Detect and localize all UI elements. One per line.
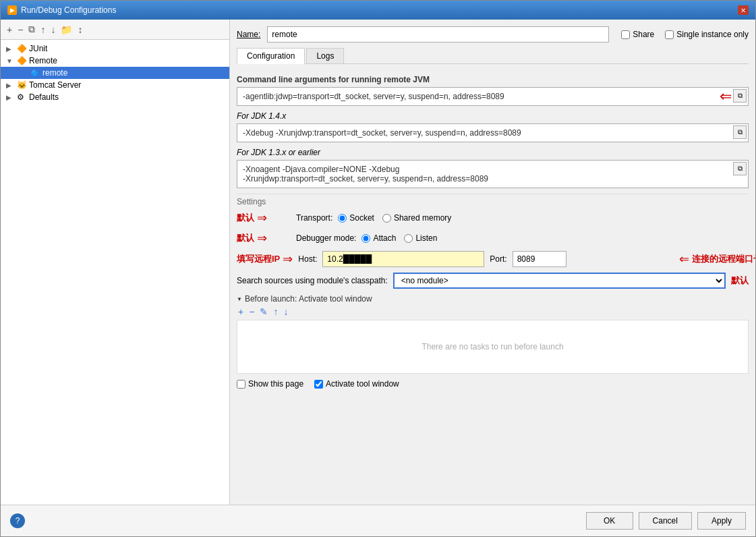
classpath-select[interactable]: <no module> [393, 273, 726, 289]
expand-icon-remote: ▼ [6, 57, 14, 65]
tree-item-junit[interactable]: ▶ 🔶 JUnit [1, 43, 229, 55]
before-launch-down-button[interactable]: ↓ [282, 306, 289, 317]
app-icon: ▶ [7, 5, 17, 15]
expand-icon-junit: ▶ [6, 45, 14, 53]
debugger-annotation: 默认 ⇒ [237, 231, 291, 246]
debugger-arrow-icon: ⇒ [257, 231, 267, 246]
window-title: Run/Debug Configurations [21, 5, 116, 15]
before-launch-edit-button[interactable]: ✎ [258, 306, 269, 317]
sort-button[interactable]: ↕ [76, 23, 84, 36]
dialog-buttons: OK Cancel Apply [586, 512, 746, 530]
tree-label-defaults: Defaults [29, 92, 59, 102]
ok-button[interactable]: OK [586, 512, 633, 530]
folder-button[interactable]: 📁 [59, 23, 74, 36]
host-row: 填写远程IP ⇒ Host: Port: ⇐ 连接的远程端口号 [237, 251, 749, 267]
copy-jdk14-button[interactable]: ⧉ [733, 125, 747, 139]
tree-item-tomcat[interactable]: ▶ 🐱 Tomcat Server [1, 79, 229, 91]
host-annotation: 填写远程IP ⇒ [237, 252, 293, 266]
before-launch-add-button[interactable]: + [237, 306, 245, 317]
radio-attach-input[interactable] [361, 234, 370, 243]
port-input[interactable] [513, 251, 566, 267]
share-single-row: Share Single instance only [621, 30, 749, 39]
radio-socket-label: Socket [349, 213, 374, 223]
tree-item-remote[interactable]: ▼ 🔶 Remote [1, 55, 229, 67]
radio-listen: Listen [404, 233, 437, 243]
show-page-row: Show this page [237, 379, 303, 389]
cancel-button[interactable]: Cancel [639, 512, 692, 530]
expand-icon-defaults: ▶ [6, 94, 14, 101]
show-page-checkbox[interactable] [237, 380, 245, 389]
single-instance-checkbox-row: Single instance only [665, 30, 749, 39]
tree-item-defaults[interactable]: ▶ ⚙ Defaults [1, 91, 229, 103]
name-label: Name: [237, 30, 260, 39]
single-instance-checkbox[interactable] [665, 30, 674, 39]
copy-main-button[interactable]: ⧉ [733, 89, 747, 103]
share-label: Share [633, 30, 654, 39]
port-label: Port: [490, 254, 506, 264]
activate-window-label: Activate tool window [326, 379, 399, 389]
bottom-checkboxes: Show this page Activate tool window [237, 374, 749, 389]
classpath-annotation: 默认 [731, 275, 749, 287]
triangle-icon: ▼ [237, 296, 242, 302]
copy-config-button[interactable]: ⧉ [26, 22, 37, 36]
jdk14-box: -Xdebug -Xrunjdwp:transport=dt_socket, s… [237, 123, 749, 142]
remote-port-label: 连接的远程端口号 [692, 253, 755, 265]
radio-attach: Attach [361, 233, 396, 243]
cmd-value-main: -agentlib:jdwp=transport=dt_socket, serv… [243, 92, 743, 101]
tree-label-remote: Remote [29, 56, 57, 65]
arrow-annotation: ⇐ [720, 88, 732, 105]
radio-shared-memory: Shared memory [382, 213, 451, 223]
move-up-button[interactable]: ↑ [38, 23, 47, 36]
transport-default-label: 默认 [237, 212, 254, 224]
radio-listen-label: Listen [415, 233, 437, 243]
before-launch-header[interactable]: ▼ Before launch: Activate tool window [237, 294, 749, 304]
cmd-section-title: Command line arguments for running remot… [237, 75, 749, 84]
right-panel: Name: Share Single instance only Configu… [230, 20, 755, 505]
single-instance-label: Single instance only [676, 30, 749, 39]
window: ▶ Run/Debug Configurations ✕ + − ⧉ ↑ ↓ 📁… [0, 0, 756, 537]
show-page-label: Show this page [248, 379, 303, 389]
jdk13-line2: -Xrunjdwp:transport=dt_socket, server=y,… [243, 174, 743, 183]
radio-socket: Socket [338, 213, 374, 223]
host-input[interactable] [322, 251, 484, 267]
name-input[interactable] [267, 26, 609, 43]
move-down-button[interactable]: ↓ [49, 23, 57, 36]
help-section: ? [10, 513, 25, 528]
junit-icon: 🔶 [17, 44, 26, 53]
close-button[interactable]: ✕ [738, 5, 749, 15]
radio-socket-input[interactable] [338, 214, 347, 223]
tab-configuration[interactable]: Configuration [237, 48, 305, 64]
fill-ip-arrow-icon: ⇒ [283, 252, 293, 266]
empty-tasks-label: There are no tasks to run before launch [421, 342, 563, 351]
tab-bar: Configuration Logs [237, 48, 749, 64]
classpath-label: Search sources using module's classpath: [237, 276, 388, 285]
tree-label-junit: JUnit [29, 44, 47, 53]
host-label: Host: [298, 254, 317, 264]
jdk14-label: For JDK 1.4.x [237, 111, 749, 121]
before-launch-empty: There are no tasks to run before launch [237, 320, 749, 374]
title-bar: ▶ Run/Debug Configurations ✕ [1, 1, 755, 20]
activate-window-checkbox[interactable] [314, 380, 323, 389]
add-config-button[interactable]: + [5, 23, 14, 36]
before-launch-up-button[interactable]: ↑ [272, 306, 279, 317]
title-bar-left: ▶ Run/Debug Configurations [7, 5, 116, 15]
apply-button[interactable]: Apply [697, 512, 746, 530]
jdk13-line1: -Xnoagent -Djava.compiler=NONE -Xdebug [243, 165, 743, 174]
tab-logs[interactable]: Logs [306, 48, 344, 63]
name-row: Name: Share Single instance only [237, 26, 749, 43]
tree-item-remote-child[interactable]: 🔷 remote [1, 67, 229, 79]
defaults-icon: ⚙ [17, 92, 26, 102]
share-checkbox[interactable] [621, 30, 630, 39]
radio-shared-memory-label: Shared memory [394, 213, 451, 223]
copy-jdk13-button[interactable]: ⧉ [733, 162, 747, 175]
radio-listen-input[interactable] [404, 234, 413, 243]
jdk13-box: -Xnoagent -Djava.compiler=NONE -Xdebug -… [237, 160, 749, 188]
tree-label-tomcat: Tomcat Server [29, 80, 81, 90]
before-launch-remove-button[interactable]: − [248, 306, 256, 317]
help-button[interactable]: ? [10, 513, 25, 528]
transport-radio-group: Socket Shared memory [338, 213, 451, 223]
radio-shared-memory-input[interactable] [382, 214, 391, 223]
remove-config-button[interactable]: − [16, 23, 25, 36]
transport-label: Transport: [296, 213, 332, 223]
config-content: Command line arguments for running remot… [237, 75, 749, 498]
